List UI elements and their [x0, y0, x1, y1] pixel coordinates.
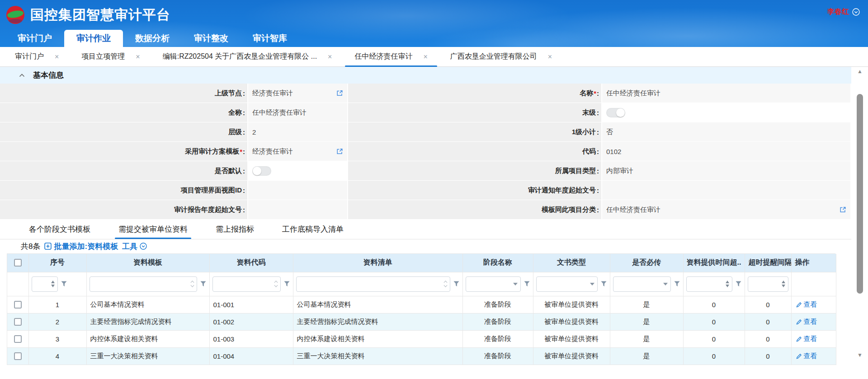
user-menu[interactable]: 李春红: [827, 7, 860, 17]
record-count: 共8条: [21, 241, 40, 252]
row-checkbox[interactable]: [14, 301, 22, 309]
field-pm-view-id: 项目管理界面视图ID:: [0, 181, 348, 200]
field-value: [248, 200, 348, 219]
subtab-required-materials[interactable]: 需提交被审单位资料: [118, 220, 189, 239]
field-value[interactable]: 经济责任审计: [248, 84, 348, 103]
row-checkbox[interactable]: [14, 335, 22, 343]
basic-info-section-header[interactable]: 基本信息: [0, 67, 851, 84]
field-parent-node: 上级节点: 经济责任审计: [0, 84, 348, 103]
field-label: 采用审计方案模板*:: [0, 142, 248, 161]
nav-item-audit-rectify[interactable]: 审计整改: [182, 30, 241, 47]
vertical-scrollbar[interactable]: ▲ ▼: [856, 68, 864, 361]
tools-menu-button[interactable]: 工具: [122, 241, 147, 252]
plus-square-icon: [44, 243, 52, 250]
doc-tab-guangxi-company[interactable]: 广西农垦企业管理有限公司 ×: [439, 47, 563, 66]
field-plan-template: 采用审计方案模板*: 经济责任审计: [0, 142, 348, 161]
col-stage: 阶段名称: [462, 254, 533, 272]
view-link[interactable]: 查看: [795, 318, 832, 326]
filter-funnel-icon[interactable]: [453, 281, 460, 287]
filter-funnel-icon[interactable]: [200, 281, 207, 287]
filter-remind-input[interactable]: [748, 276, 788, 292]
scroll-up-icon[interactable]: ▲: [856, 69, 864, 74]
close-icon[interactable]: ×: [55, 53, 59, 61]
view-link[interactable]: 查看: [795, 352, 832, 360]
materials-table: 序号 资料模板 资料代码 资料清单 阶段名称 文书类型 是否必传 资料提供时间超…: [7, 253, 835, 365]
filter-funnel-icon[interactable]: [674, 281, 680, 287]
filter-funnel-icon[interactable]: [600, 281, 607, 287]
external-link-icon[interactable]: [336, 90, 343, 97]
nav-item-audit-knowledge[interactable]: 审计智库: [241, 30, 299, 47]
filter-template-combo[interactable]: [90, 276, 197, 292]
external-link-icon[interactable]: [840, 206, 846, 213]
nav-item-audit-work[interactable]: 审计作业: [64, 30, 123, 47]
batch-add-button[interactable]: 批量添加:资料模板: [44, 241, 118, 252]
col-code: 资料代码: [209, 254, 293, 272]
filter-code-combo[interactable]: [212, 276, 281, 292]
field-level: 层级: 2: [0, 122, 348, 141]
field-label: 模板同此项目分类:: [348, 200, 602, 219]
row-checkbox[interactable]: [14, 318, 22, 326]
nav-item-data-analysis[interactable]: 数据分析: [123, 30, 182, 47]
filter-required-select[interactable]: [613, 276, 671, 292]
scroll-down-icon[interactable]: ▼: [856, 352, 864, 358]
nav-item-audit-portal[interactable]: 审计门户: [5, 30, 64, 47]
close-icon[interactable]: ×: [328, 53, 332, 61]
field-label: 所属项目类型:: [348, 161, 602, 180]
field-label: 上级节点:: [0, 84, 248, 103]
close-icon[interactable]: ×: [136, 53, 140, 61]
table-toolbar: 共8条 批量添加:资料模板 工具: [0, 240, 851, 253]
field-label: 末级:: [348, 103, 602, 122]
doc-tab-in-office-audit[interactable]: 任中经济责任审计 ×: [343, 47, 439, 66]
filter-funnel-icon[interactable]: [283, 281, 290, 287]
filter-overdue-input[interactable]: [686, 276, 732, 292]
select-all-cell: [7, 254, 28, 272]
field-template-category: 模板同此项目分类: 任中经济责任审计: [348, 200, 851, 219]
doc-tab-edit-rz202504[interactable]: 编辑:RZ202504 关于广西农垦企业管理有限公 ... ×: [151, 47, 344, 66]
field-value[interactable]: 任中经济责任审计: [602, 200, 851, 219]
field-name: 名称*: 任中经济责任审计: [348, 84, 851, 103]
field-full-name: 全称: 任中经济责任审计: [0, 103, 348, 122]
is-leaf-toggle[interactable]: [606, 108, 625, 117]
subtab-working-paper-import[interactable]: 工作底稿导入清单: [281, 220, 344, 239]
filter-doc-type-select[interactable]: [536, 276, 598, 292]
col-doc-type: 文书类型: [533, 254, 610, 272]
col-remind: 超时提醒间隔: [745, 254, 791, 272]
field-value: 任中经济责任审计: [248, 103, 348, 122]
subtab-report-indicators[interactable]: 需上报指标: [215, 220, 255, 239]
main-nav: 审计门户 审计作业 数据分析 审计整改 审计智库: [0, 30, 868, 47]
doc-tab-project-approval[interactable]: 项目立项管理 ×: [70, 47, 151, 66]
filter-funnel-icon[interactable]: [735, 281, 742, 287]
collapse-chevron-up-icon[interactable]: [19, 73, 25, 77]
view-link[interactable]: 查看: [795, 300, 832, 309]
chevron-down-circle-icon[interactable]: [852, 8, 860, 16]
field-value: [248, 181, 348, 200]
field-value[interactable]: 经济责任审计: [248, 142, 348, 161]
filter-funnel-icon[interactable]: [61, 281, 67, 287]
table-row: 1 公司基本情况资料 01-001 公司基本情况资料 准备阶段 被审单位提供资料…: [7, 296, 836, 313]
scrollbar-thumb[interactable]: [857, 94, 863, 294]
subtab-stage-doc-templates[interactable]: 各个阶段文书模板: [28, 220, 91, 239]
filter-list-combo[interactable]: [296, 276, 450, 292]
field-notice-start-no: 审计通知年度起始文号:: [348, 181, 851, 200]
select-all-checkbox[interactable]: [14, 259, 22, 267]
close-icon[interactable]: ×: [423, 53, 427, 61]
filter-stage-select[interactable]: [466, 276, 521, 292]
field-label: 代码:: [348, 142, 602, 161]
user-name[interactable]: 李春红: [827, 7, 849, 17]
row-checkbox[interactable]: [14, 352, 22, 360]
field-value: [602, 181, 851, 200]
table-header-row: 序号 资料模板 资料代码 资料清单 阶段名称 文书类型 是否必传 资料提供时间超…: [7, 254, 836, 272]
filter-funnel-icon[interactable]: [524, 281, 530, 287]
app-window: 国控集团智慧审计平台 李春红 审计门户 审计作业 数据分析 审计整改 审计智库 …: [0, 0, 868, 379]
field-value: 2: [248, 122, 348, 141]
view-link[interactable]: 查看: [795, 335, 832, 343]
filter-seq-input[interactable]: [32, 276, 58, 292]
is-default-toggle[interactable]: [252, 166, 271, 176]
filter-row: [7, 272, 836, 296]
section-title: 基本信息: [33, 70, 64, 80]
doc-tab-audit-portal[interactable]: 审计门户 ×: [4, 47, 70, 66]
external-link-icon[interactable]: [336, 148, 343, 155]
table-row: 4 三重一大决策相关资料 01-004 三重一大决策相关资料 准备阶段 被审单位…: [7, 347, 836, 365]
field-label: 项目管理界面视图ID:: [0, 181, 248, 200]
close-icon[interactable]: ×: [548, 53, 552, 61]
